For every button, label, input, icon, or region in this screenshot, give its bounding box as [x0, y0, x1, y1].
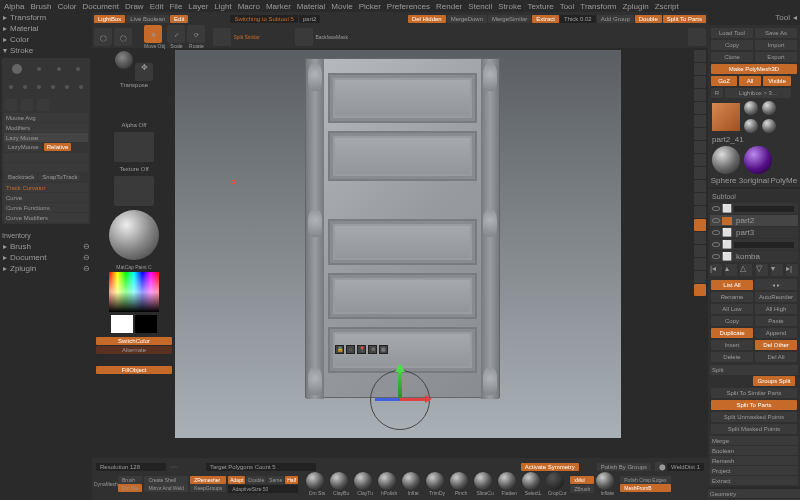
- backtrack-btn[interactable]: Backtrack: [5, 173, 37, 181]
- vi-transp[interactable]: [694, 232, 706, 244]
- meshfrom-btn[interactable]: MeshFromB: [620, 484, 670, 492]
- menu-color[interactable]: Color: [57, 2, 76, 10]
- alpha-off[interactable]: Alpha Off: [95, 122, 173, 128]
- brush-cropcur[interactable]: [546, 472, 564, 490]
- subtool-part2[interactable]: part2: [710, 215, 798, 226]
- st-start-icon[interactable]: |◂: [710, 264, 722, 276]
- vi-bpr[interactable]: [694, 50, 706, 62]
- welddist[interactable]: WeldDist 1: [667, 463, 704, 471]
- eye-icon[interactable]: [712, 254, 720, 259]
- vi-ghost[interactable]: [694, 245, 706, 257]
- tab-material[interactable]: ▸Material: [0, 23, 92, 34]
- eye-icon[interactable]: [712, 242, 720, 247]
- vi-zoom[interactable]: [694, 76, 706, 88]
- menu-movie[interactable]: Movie: [331, 2, 352, 10]
- subtool-komba[interactable]: ⬜komba: [710, 251, 798, 262]
- visible-btn[interactable]: Visible: [763, 76, 791, 86]
- move-obj-icon[interactable]: ✥: [144, 25, 162, 43]
- listall-btn[interactable]: List All: [711, 280, 753, 290]
- stroke-dots2[interactable]: [4, 78, 88, 96]
- paste-btn[interactable]: Paste: [755, 316, 797, 326]
- menu-light[interactable]: Light: [214, 2, 231, 10]
- splitunmasked-btn[interactable]: Split Unmasked Points: [711, 412, 797, 422]
- brush-label[interactable]: Brush: [118, 476, 142, 484]
- append-btn[interactable]: Append: [755, 328, 797, 338]
- menu-alpha[interactable]: Alpha: [4, 2, 24, 10]
- tab-transform[interactable]: ▸Transform: [0, 12, 92, 23]
- brush-flatten[interactable]: [498, 472, 516, 490]
- menu-zplugin[interactable]: Zplugin: [622, 2, 648, 10]
- menu-edit[interactable]: Edit: [150, 2, 164, 10]
- backface-icon[interactable]: [295, 28, 313, 46]
- st-moveup-icon[interactable]: △: [740, 264, 752, 276]
- brush-pinch[interactable]: [450, 472, 468, 490]
- stroke-line-icon[interactable]: [5, 99, 17, 111]
- remesh-row[interactable]: Remesh: [710, 456, 798, 465]
- lazy-mouse-header[interactable]: Lazy Mouse: [4, 133, 88, 142]
- alllow-btn[interactable]: All Low: [711, 304, 753, 314]
- curve-fn[interactable]: Curve Functions: [4, 203, 88, 212]
- st-movedn-icon[interactable]: ▽: [756, 264, 768, 276]
- tool-thumb2[interactable]: [762, 101, 776, 115]
- menu-tool[interactable]: Tool: [560, 2, 575, 10]
- extract-btn[interactable]: Extract: [532, 15, 559, 23]
- edit-btn[interactable]: Edit: [170, 15, 188, 23]
- slider-b[interactable]: [4, 163, 88, 172]
- st-end-icon[interactable]: ▸|: [786, 264, 798, 276]
- brush-ring2-icon[interactable]: ◯: [114, 28, 132, 46]
- slider-a[interactable]: [4, 153, 88, 162]
- liveboolean-btn[interactable]: Live Boolean: [126, 15, 169, 23]
- tool-sphere3d[interactable]: [712, 146, 740, 174]
- subtool-part3[interactable]: ⬜part3: [710, 227, 798, 238]
- export-btn[interactable]: Export: [755, 52, 797, 62]
- allhigh-btn[interactable]: All High: [755, 304, 797, 314]
- tool-thumb4[interactable]: [762, 119, 776, 133]
- polishcrisp-btn[interactable]: Polish Crisp Edges: [620, 476, 670, 484]
- fillobject-btn[interactable]: FillObject: [96, 366, 172, 374]
- texture-off[interactable]: Texture Off: [95, 166, 173, 172]
- clone-btn[interactable]: Clone: [711, 52, 753, 62]
- modifiers-header[interactable]: Modifiers: [4, 123, 88, 132]
- addgroup-btn[interactable]: Add Group: [597, 15, 634, 23]
- vi-frame[interactable]: [694, 167, 706, 179]
- gizmo-pin-icon[interactable]: 📍: [357, 345, 366, 354]
- gizmo-x-axis[interactable]: [400, 398, 430, 401]
- target-poly[interactable]: Target Polygons Count 5: [206, 463, 316, 471]
- gizmo-home-icon[interactable]: ⌂: [346, 345, 355, 354]
- stat-a[interactable]: [170, 466, 178, 468]
- menu-brush[interactable]: Brush: [30, 2, 51, 10]
- splitmasked-btn[interactable]: Split Masked Points: [711, 424, 797, 434]
- resolution-field[interactable]: Resolution 128: [96, 463, 166, 471]
- delete-btn[interactable]: Delete: [711, 352, 753, 362]
- curve-header[interactable]: Curve: [4, 193, 88, 202]
- menu-marker[interactable]: Marker: [266, 2, 291, 10]
- copy-btn[interactable]: Copy: [711, 40, 753, 50]
- grow-icon[interactable]: [213, 28, 231, 46]
- delall-btn[interactable]: Del All: [755, 352, 797, 362]
- eye-icon[interactable]: [712, 206, 720, 211]
- brush-ring-icon[interactable]: ◯: [94, 28, 112, 46]
- vi-local[interactable]: [694, 141, 706, 153]
- viewport[interactable]: 🔒 ⌂ 📍 ⚙ ▦: [175, 50, 621, 438]
- brush-trimdy[interactable]: [426, 472, 444, 490]
- scale-icon[interactable]: ⤢: [167, 25, 185, 43]
- splitparts-btn[interactable]: Split To Parts: [663, 15, 706, 23]
- gizmo-y-axis[interactable]: [398, 365, 402, 400]
- import-btn[interactable]: Import: [755, 40, 797, 50]
- menu-render[interactable]: Render: [436, 2, 462, 10]
- menu-texture[interactable]: Texture: [527, 2, 553, 10]
- brush-claytu[interactable]: [354, 472, 372, 490]
- track-curve[interactable]: Track Curvatur: [4, 183, 88, 192]
- brush-slicecu[interactable]: [474, 472, 492, 490]
- stroke-curve-icon[interactable]: [37, 99, 49, 111]
- duplicate-btn[interactable]: Duplicate: [711, 328, 753, 338]
- brush-dmsts[interactable]: [306, 472, 324, 490]
- polishgrp-btn[interactable]: Polish By Groups: [597, 463, 651, 471]
- brush-select[interactable]: [522, 472, 540, 490]
- menu-picker[interactable]: Picker: [359, 2, 381, 10]
- project-row[interactable]: Project: [710, 466, 798, 475]
- vi-persp[interactable]: [694, 115, 706, 127]
- gizmo-lock-icon[interactable]: 🔒: [335, 345, 344, 354]
- vi-solo[interactable]: [694, 258, 706, 270]
- menu-macro[interactable]: Macro: [238, 2, 260, 10]
